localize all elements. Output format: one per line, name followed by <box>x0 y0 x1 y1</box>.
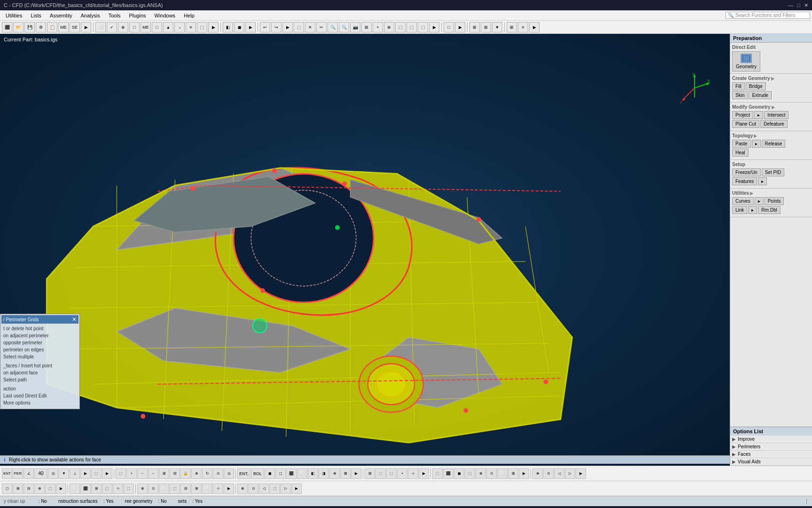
bt-view5[interactable]: ⊹ <box>408 468 418 479</box>
btn-project[interactable]: Project <box>732 111 753 119</box>
menu-lists[interactable]: Lists <box>27 12 45 19</box>
btn-link-arrow[interactable]: ▸ <box>748 206 757 214</box>
bt-cube6[interactable]: ◨ <box>319 468 329 479</box>
geometry-button[interactable]: Geometry <box>732 51 760 71</box>
bt-render6[interactable]: ⊙ <box>486 468 497 479</box>
bt-render5[interactable]: ⊕ <box>476 468 486 479</box>
btn-points[interactable]: Points <box>765 197 784 205</box>
menu-windows[interactable]: Windows <box>151 12 180 19</box>
minimize-btn[interactable]: — <box>788 2 793 8</box>
bt2-20[interactable]: ⊕ <box>237 484 248 494</box>
options-faces[interactable]: ▶ Faces <box>730 451 812 458</box>
menu-assembly[interactable]: Assembly <box>46 12 76 19</box>
toolbar-btn-17[interactable]: ⬚ <box>197 22 207 32</box>
bt2-10[interactable]: ⊹ <box>113 484 123 494</box>
bt-render-arrow[interactable]: ▶ <box>519 468 529 479</box>
bt-extra1[interactable]: ⊕ <box>532 468 543 479</box>
bt2-2[interactable]: ⊞ <box>13 484 23 494</box>
bt-rotate[interactable]: ↻ <box>202 468 212 479</box>
btn-set-pid[interactable]: Set PID <box>762 168 784 176</box>
bt2-13[interactable]: ⊙ <box>148 484 158 494</box>
bt-cube1[interactable]: ◼ <box>265 468 275 479</box>
bt-grid1[interactable]: ⊞ <box>159 468 169 479</box>
menu-tools[interactable]: Tools <box>105 12 125 19</box>
perimeter-close-icon[interactable]: ✕ <box>72 316 77 323</box>
bt2-18[interactable]: ⬜ <box>202 484 212 494</box>
toolbar-btn-arrow2[interactable]: ▶ <box>208 22 219 32</box>
bt-view-arrow[interactable]: ▶ <box>419 468 429 479</box>
bt2-6[interactable]: ⬜ <box>70 484 80 494</box>
bt-arrow1[interactable]: ▶ <box>80 468 91 479</box>
toolbar-grid-2[interactable]: ⊞ <box>481 22 491 32</box>
bt2-7[interactable]: ⬛ <box>80 484 91 494</box>
bt-6[interactable]: ⊥ <box>70 468 80 479</box>
toolbar-btn-32[interactable]: ⬚ <box>406 22 417 32</box>
bt2-arrow2[interactable]: ▶ <box>224 484 234 494</box>
menu-analysis[interactable]: Analysis <box>77 12 104 19</box>
bt-circ1[interactable]: ◎ <box>48 468 58 479</box>
bt-angle[interactable]: ∠ <box>23 468 34 479</box>
bt-40[interactable]: 40 <box>34 468 47 479</box>
bt-extra-arrow[interactable]: ▶ <box>576 468 586 479</box>
toolbar-btn-7[interactable]: SE <box>70 22 80 32</box>
bt-view4[interactable]: + <box>397 468 407 479</box>
bt-render7[interactable]: ⬜ <box>497 468 508 479</box>
bt2-arrow[interactable]: ▶ <box>56 484 66 494</box>
toolbar-btn-19[interactable]: ◼ <box>234 22 244 32</box>
menu-help[interactable]: Help <box>180 12 198 19</box>
toolbar-btn-6[interactable]: ME <box>58 22 69 32</box>
toolbar-btn-15[interactable]: ⬦ <box>174 22 185 32</box>
bt-arrow-l[interactable]: ← <box>148 468 158 479</box>
bt-render3[interactable]: ◼ <box>454 468 464 479</box>
bt-extra4[interactable]: ▷ <box>565 468 575 479</box>
bt2-16[interactable]: ⊟ <box>180 484 191 494</box>
toolbar-btn-29[interactable]: + <box>373 22 383 32</box>
bt2-1[interactable]: ◻ <box>2 484 12 494</box>
bt-ent2[interactable]: ENT, <box>237 468 250 479</box>
bt2-9[interactable]: ⬚ <box>102 484 112 494</box>
btn-intersect[interactable]: Intersect <box>764 111 789 119</box>
bt-render8[interactable]: ⊞ <box>508 468 518 479</box>
toolbar-btn-23[interactable]: ✕ <box>305 22 315 32</box>
toolbar-btn-28[interactable]: ⊞ <box>361 22 372 32</box>
toolbar-btn-11[interactable]: □ <box>129 22 140 32</box>
bt2-21[interactable]: ⊙ <box>248 484 258 494</box>
bt-per[interactable]: PER <box>13 468 23 479</box>
bt2-24[interactable]: ▷ <box>281 484 291 494</box>
options-improve[interactable]: ▶ Improve <box>730 436 812 443</box>
btn-curves-arrow[interactable]: ▸ <box>755 197 764 205</box>
toolbar-btn-new[interactable]: ⬛ <box>2 22 12 32</box>
toolbar-disp-arrow[interactable]: ▶ <box>529 22 539 32</box>
toolbar-btn-16[interactable]: ≡ <box>186 22 196 32</box>
btn-plane-cut[interactable]: Plane Cut <box>732 120 759 128</box>
bt2-15[interactable]: ⬚ <box>170 484 180 494</box>
toolbar-btn-18[interactable]: ◧ <box>223 22 233 32</box>
bt-cube2[interactable]: ◻ <box>275 468 286 479</box>
bt-cube7[interactable]: ⊕ <box>329 468 340 479</box>
bt-cube8[interactable]: ⊠ <box>340 468 351 479</box>
btn-skin[interactable]: Skin <box>732 91 748 99</box>
bt-cube4[interactable]: ⬜ <box>297 468 307 479</box>
btn-release[interactable]: Release <box>762 140 786 148</box>
btn-heal[interactable]: Heal <box>732 149 749 157</box>
bt-circle[interactable]: ⊙ <box>213 468 223 479</box>
toolbar-btn-25[interactable]: 🔍 <box>328 22 338 32</box>
bt-arrows[interactable]: ⊕ <box>191 468 202 479</box>
bt-bol[interactable]: BOL <box>251 468 264 479</box>
bt-extra3[interactable]: ◁ <box>554 468 564 479</box>
bt2-11[interactable]: ⬚ <box>124 484 134 494</box>
options-perimeters[interactable]: ▶ Perimeters <box>730 443 812 451</box>
restore-btn[interactable]: □ <box>797 2 800 8</box>
bt-view1[interactable]: ⊞ <box>365 468 375 479</box>
bt-arrow-right[interactable]: ▶ <box>351 468 361 479</box>
3d-viewport[interactable]: Current Part: basics.igs <box>0 34 730 466</box>
bt2-22[interactable]: ◁ <box>259 484 269 494</box>
toolbar-btn-4[interactable]: ⚙ <box>36 22 46 32</box>
toolbar-right-1[interactable]: □ <box>444 22 454 32</box>
btn-bridge[interactable]: Bridge <box>746 82 766 90</box>
bt2-3[interactable]: ⊟ <box>23 484 34 494</box>
toolbar-btn-8[interactable]: ⬜ <box>95 22 106 32</box>
toolbar-btn-14[interactable]: ▲ <box>163 22 173 32</box>
menu-utilities[interactable]: Utilities <box>2 12 26 19</box>
bt-minus[interactable]: − <box>137 468 148 479</box>
